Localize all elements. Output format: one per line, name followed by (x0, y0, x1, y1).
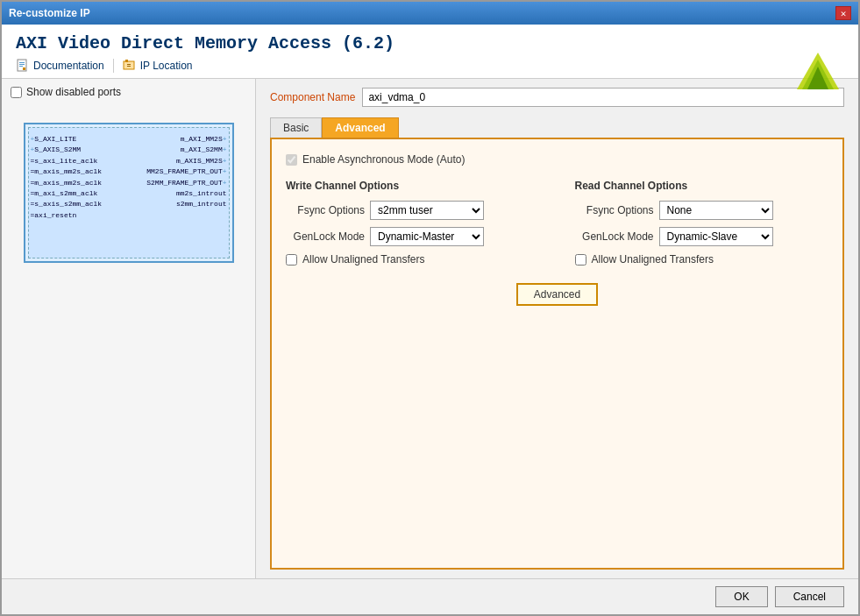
documentation-link[interactable]: Documentation (16, 59, 104, 73)
svg-rect-11 (127, 66, 131, 67)
port-m-axis-mm2s-aclk2: =m_axis_mm2s_aclk (31, 179, 103, 188)
port-m-axi-s2mm: m_AXI_S2MM+ (146, 145, 226, 154)
svg-rect-7 (23, 67, 25, 70)
advanced-btn-row: Advanced (286, 283, 828, 306)
toolbar-separator (113, 59, 114, 73)
port-s-axis-s2mm: +S_AXIS_S2MM (31, 145, 103, 154)
port-s2mm-frame-ptr: S2MM_FRAME_PTR_OUT+ (146, 179, 226, 188)
ip-block-diagram: +S_AXI_LITE +S_AXIS_S2MM =s_axi_lite_acl… (24, 123, 234, 263)
read-channel-section: Read Channel Options Fsync Options None … (575, 180, 829, 266)
right-panel: Component Name Basic Advanced Enable Asy… (256, 79, 858, 578)
left-panel-header: Show disabled ports (2, 79, 255, 105)
port-m-axis-mm2s: m_AXIS_MM2S+ (146, 157, 226, 166)
ip-diagram-area: +S_AXI_LITE +S_AXIS_S2MM =s_axi_lite_acl… (2, 105, 255, 578)
main-header: AXI Video Direct Memory Access (6.2) Do (2, 25, 858, 79)
tab-advanced[interactable]: Advanced (322, 117, 398, 138)
write-fsync-row: Fsync Options s2mm tuser None s2mm fsync (286, 201, 540, 220)
port-mm2s-frame-ptr: MM2S_FRAME_PTR_OUT+ (146, 167, 226, 176)
title-bar: Re-customize IP ✕ (2, 2, 858, 25)
port-axi-resetn: =axi_resetn (31, 211, 103, 220)
left-ports: +S_AXI_LITE +S_AXIS_S2MM =s_axi_lite_acl… (31, 135, 103, 220)
port-s-axi-lite: +S_AXI_LITE (31, 135, 103, 144)
right-ports: m_AXI_MM2S+ m_AXI_S2MM+ m_AXIS_MM2S+ MM2… (146, 135, 226, 209)
svg-rect-8 (124, 61, 134, 69)
svg-rect-6 (19, 66, 23, 67)
documentation-label: Documentation (33, 60, 104, 72)
write-genlock-label: GenLock Mode (286, 230, 365, 243)
tab-basic[interactable]: Basic (270, 117, 322, 138)
port-s-axis-s2mm-aclk: =s_axis_s2mm_aclk (31, 200, 103, 209)
port-s2mm-introut: s2mm_introut (146, 200, 226, 209)
port-m-axi-mm2s: m_AXI_MM2S+ (146, 135, 226, 144)
ip-location-label: IP Location (140, 60, 193, 72)
write-channel-section: Write Channel Options Fsync Options s2mm… (286, 180, 540, 266)
read-unaligned-row: Allow Unaligned Transfers (575, 253, 829, 266)
write-fsync-select[interactable]: s2mm tuser None s2mm fsync (370, 201, 484, 220)
read-channel-title: Read Channel Options (575, 180, 829, 192)
tabs-row: Basic Advanced (270, 117, 844, 138)
write-genlock-select[interactable]: Dynamic-Master Dynamic-Slave Master Slav… (370, 227, 484, 246)
read-fsync-select[interactable]: None s2mm tuser mm2s fsync (659, 201, 773, 220)
svg-rect-9 (125, 60, 128, 62)
read-fsync-label: Fsync Options (575, 204, 654, 216)
async-mode-label: Enable Asynchronous Mode (Auto) (302, 153, 465, 166)
write-unaligned-row: Allow Unaligned Transfers (286, 253, 540, 266)
port-s-axi-lite-aclk: =s_axi_lite_aclk (31, 157, 103, 166)
port-m-axis-mm2s-aclk: =m_axis_mm2s_aclk (31, 167, 103, 176)
show-disabled-ports-label[interactable]: Show disabled ports (11, 86, 121, 98)
vivado-logo (795, 51, 841, 96)
content-area: Show disabled ports +S_AXI_LITE +S_AXIS_… (2, 79, 858, 578)
channels-row: Write Channel Options Fsync Options s2mm… (286, 180, 828, 266)
main-window: Re-customize IP ✕ AXI Video Direct Memor… (0, 0, 860, 616)
left-panel: Show disabled ports +S_AXI_LITE +S_AXIS_… (2, 79, 256, 578)
read-unaligned-label: Allow Unaligned Transfers (592, 253, 714, 266)
write-genlock-row: GenLock Mode Dynamic-Master Dynamic-Slav… (286, 227, 540, 246)
svg-rect-4 (19, 62, 25, 63)
component-name-label: Component Name (270, 91, 355, 103)
component-name-row: Component Name (270, 88, 844, 107)
svg-rect-10 (127, 64, 131, 65)
read-genlock-row: GenLock Mode Dynamic-Slave Dynamic-Maste… (575, 227, 829, 246)
ip-block-inner: +S_AXI_LITE +S_AXIS_S2MM =s_axi_lite_acl… (28, 127, 230, 258)
tab-content-advanced: Enable Asynchronous Mode (Auto) Write Ch… (270, 138, 844, 570)
toolbar: Documentation IP Location (16, 59, 844, 73)
read-allow-unaligned-checkbox[interactable] (575, 254, 586, 266)
read-genlock-label: GenLock Mode (575, 230, 654, 243)
write-fsync-label: Fsync Options (286, 204, 365, 216)
app-title: AXI Video Direct Memory Access (6.2) (16, 33, 844, 53)
ok-button[interactable]: OK (715, 586, 767, 607)
ip-location-icon (123, 59, 137, 73)
documentation-icon (16, 59, 30, 73)
write-unaligned-label: Allow Unaligned Transfers (302, 253, 424, 266)
show-disabled-ports-checkbox[interactable] (11, 87, 22, 98)
write-allow-unaligned-checkbox[interactable] (286, 254, 297, 266)
close-button[interactable]: ✕ (835, 6, 851, 20)
svg-rect-5 (19, 64, 25, 65)
async-mode-row: Enable Asynchronous Mode (Auto) (286, 153, 828, 166)
cancel-button[interactable]: Cancel (775, 586, 844, 607)
ip-location-link[interactable]: IP Location (123, 59, 193, 73)
write-channel-title: Write Channel Options (286, 180, 540, 192)
port-mm2s-introut: mm2s_introut (146, 189, 226, 198)
async-mode-checkbox (286, 154, 297, 166)
read-genlock-select[interactable]: Dynamic-Slave Dynamic-Master Master Slav… (659, 227, 773, 246)
port-m-axi-s2mm-aclk: =m_axi_s2mm_aclk (31, 189, 103, 198)
read-fsync-row: Fsync Options None s2mm tuser mm2s fsync (575, 201, 829, 220)
footer: OK Cancel (2, 578, 858, 614)
advanced-button[interactable]: Advanced (516, 283, 598, 306)
window-title: Re-customize IP (9, 7, 90, 19)
component-name-input[interactable] (362, 88, 844, 107)
